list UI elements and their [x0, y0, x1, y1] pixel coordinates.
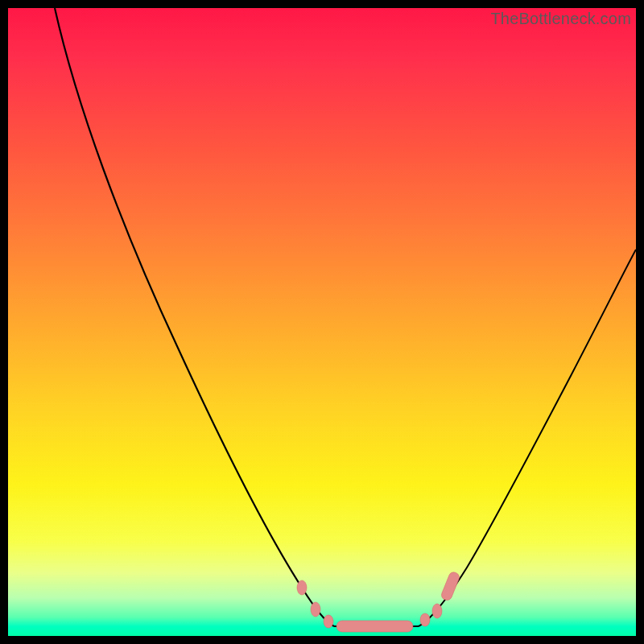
bead [311, 602, 320, 617]
bead-pill-right [440, 571, 461, 601]
bead-pill [336, 621, 413, 632]
bead [432, 604, 442, 618]
outer-frame: TheBottleneck.com [0, 0, 644, 644]
bead [324, 615, 333, 628]
right-curve [419, 250, 636, 626]
bead [420, 613, 430, 626]
plot-area [8, 8, 636, 636]
watermark-text: TheBottleneck.com [490, 10, 631, 28]
bead [297, 580, 307, 595]
left-curve [55, 8, 334, 626]
chart-svg [8, 8, 636, 636]
bead-group [297, 571, 460, 632]
